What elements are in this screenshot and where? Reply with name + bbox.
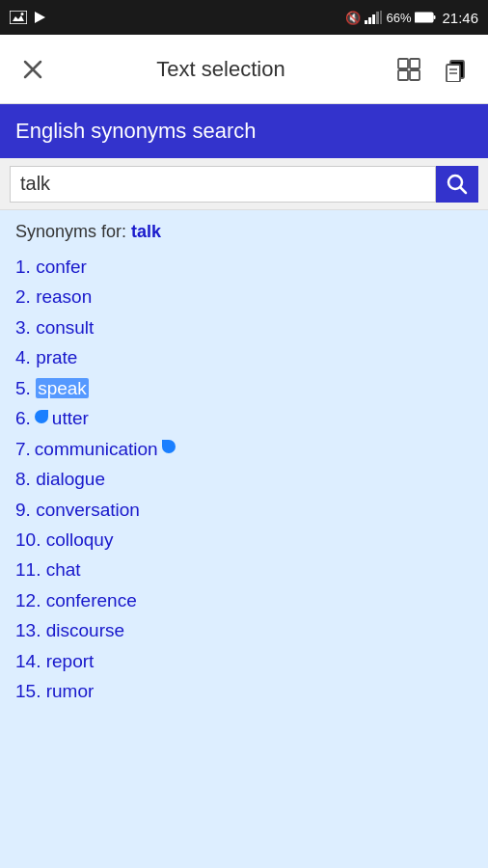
svg-rect-15 (410, 59, 420, 68)
list-item[interactable]: 13. discourse (15, 615, 473, 645)
copy-button[interactable] (434, 48, 476, 91)
svg-rect-11 (434, 15, 436, 19)
synonyms-header: Synonyms for: talk (15, 222, 473, 242)
signal-icon (365, 11, 382, 24)
list-item[interactable]: 15. rumor (15, 676, 473, 706)
list-item[interactable]: 11. chat (15, 555, 473, 584)
status-right-icons: 🔇 66% 21:46 (345, 10, 478, 26)
search-icon (447, 174, 468, 195)
list-item[interactable]: 9. conversation (15, 495, 473, 525)
copy-icon (443, 57, 468, 82)
svg-rect-8 (380, 11, 382, 24)
top-action-icons (388, 48, 476, 91)
app-title: English synonyms search (15, 119, 256, 144)
list-item[interactable]: 1. confer (15, 252, 473, 282)
status-left-icons (10, 11, 46, 24)
list-item[interactable]: 4. prate (15, 342, 473, 372)
svg-rect-17 (410, 70, 420, 80)
selected-word: speak (36, 378, 89, 398)
list-item[interactable]: 14. report (15, 646, 473, 676)
search-button[interactable] (436, 166, 478, 203)
list-item[interactable]: 12. conference (15, 585, 473, 615)
mute-icon: 🔇 (345, 11, 361, 25)
svg-rect-10 (416, 14, 428, 21)
svg-marker-1 (13, 15, 24, 21)
svg-rect-7 (376, 12, 379, 24)
list-item[interactable]: 6. utter (15, 403, 473, 433)
list-item[interactable]: 2. reason (15, 282, 473, 312)
svg-point-2 (21, 13, 24, 15)
svg-line-23 (461, 187, 467, 193)
play-icon (33, 11, 46, 24)
list-item[interactable]: 7. communication (15, 434, 473, 464)
list-item[interactable]: 5. speak (15, 373, 473, 403)
search-input[interactable] (10, 166, 436, 203)
app-header: English synonyms search (0, 104, 488, 158)
battery-icon (415, 12, 436, 23)
svg-rect-4 (365, 20, 367, 24)
svg-rect-0 (10, 11, 27, 24)
grid-icon (396, 57, 421, 82)
query-word: talk (131, 222, 161, 241)
photo-icon (10, 11, 27, 24)
status-bar: 🔇 66% 21:46 (0, 0, 488, 35)
svg-rect-5 (368, 17, 371, 24)
grid-view-button[interactable] (388, 48, 430, 91)
svg-rect-6 (372, 14, 375, 24)
selection-handle-left (35, 410, 48, 423)
close-button[interactable] (12, 48, 54, 91)
svg-rect-14 (398, 59, 408, 68)
time-display: 21:46 (442, 10, 478, 26)
list-item[interactable]: 3. consult (15, 312, 473, 342)
selection-handle-right (162, 440, 176, 453)
content-area: Synonyms for: talk 1. confer 2. reason 3… (0, 210, 488, 868)
synonyms-label: Synonyms for: (15, 222, 126, 241)
list-item[interactable]: 8. dialogue (15, 464, 473, 494)
svg-marker-3 (35, 12, 45, 23)
search-bar (0, 158, 488, 210)
list-item[interactable]: 10. colloquy (15, 525, 473, 555)
top-bar: Text selection (0, 35, 488, 104)
battery-percentage: 66% (386, 11, 411, 25)
page-title: Text selection (54, 57, 388, 82)
svg-rect-16 (398, 70, 408, 80)
synonym-list: 1. confer 2. reason 3. consult 4. prate … (15, 252, 473, 707)
